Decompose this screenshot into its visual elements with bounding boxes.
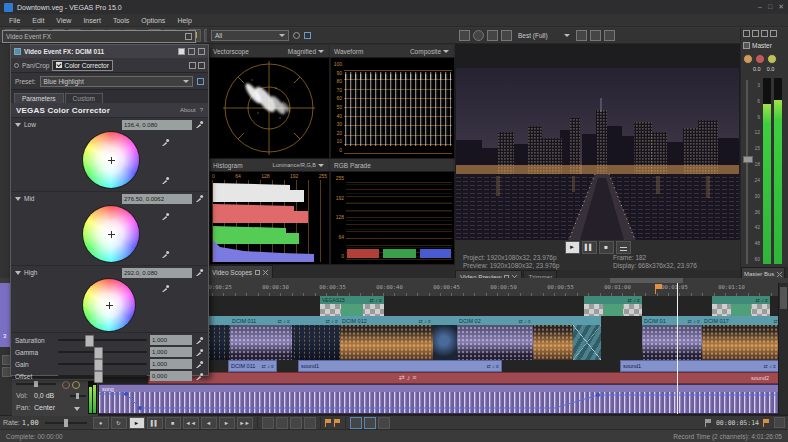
help-link[interactable]: ? <box>200 107 203 113</box>
master-fader-track[interactable] <box>746 80 748 264</box>
track-fader[interactable] <box>16 383 56 385</box>
slider-value[interactable]: 1,000 <box>150 335 192 345</box>
eyedropper-icon[interactable] <box>195 360 204 369</box>
open-folder-icon[interactable] <box>774 417 785 428</box>
wheel-value[interactable]: 136.4, 0.080 <box>122 120 192 130</box>
audio-clip[interactable]: sound1⇄ ♪ ≡ <box>620 360 779 372</box>
menu-item[interactable]: Edit <box>27 16 49 25</box>
collapse-arrow-icon[interactable] <box>15 197 21 201</box>
eyedropper-icon[interactable] <box>161 176 170 185</box>
minimize-button[interactable]: – <box>758 3 762 11</box>
gear-icon[interactable] <box>293 32 300 39</box>
loop-toggle-button[interactable] <box>616 241 631 254</box>
eyedropper-icon[interactable] <box>161 138 170 147</box>
project-properties-icon[interactable] <box>459 30 470 41</box>
wheel-crosshair[interactable] <box>106 302 113 309</box>
slider-track[interactable] <box>58 339 147 341</box>
eyedropper-icon[interactable] <box>195 120 204 129</box>
menu-item[interactable]: View <box>51 16 76 25</box>
video-clip[interactable]: DCIM 011⇄ ♪ ≡ <box>230 316 292 360</box>
eyedropper-icon[interactable] <box>195 372 204 381</box>
pin-icon[interactable] <box>178 48 185 55</box>
collapse-arrow-icon[interactable] <box>15 123 21 127</box>
pause-button[interactable]: ▌▌ <box>147 417 163 429</box>
chain-pan-crop[interactable]: Pan/Crop <box>22 62 49 69</box>
timeline-marker-flag[interactable] <box>655 284 663 294</box>
eyedropper-icon[interactable] <box>195 268 204 277</box>
record-button[interactable]: ● <box>93 417 109 429</box>
audio-clip-sound2[interactable]: ⇄ ♪ ≡ sound2 <box>148 372 779 384</box>
vol-slider-thumb[interactable] <box>76 393 79 399</box>
enable-snapping-icon[interactable] <box>350 417 362 429</box>
slider-track[interactable] <box>58 363 147 365</box>
video-clip[interactable] <box>207 316 230 360</box>
menu-item[interactable]: File <box>4 16 25 25</box>
scrollbar-thumb[interactable] <box>780 287 787 309</box>
eyedropper-icon[interactable] <box>161 212 170 221</box>
pause-button[interactable]: ▌▌ <box>582 241 597 254</box>
tab-custom[interactable]: Custom <box>65 93 103 103</box>
cursor-timecode[interactable]: 00:00:05:14 <box>716 419 759 427</box>
tab-parameters[interactable]: Parameters <box>14 93 64 103</box>
title-clip[interactable]: ⇄ ♪ ≡ <box>584 296 642 316</box>
vol-value[interactable]: 0,0 dB <box>34 392 54 399</box>
lock-envelopes-icon[interactable] <box>378 417 390 429</box>
video-clip-crossfade[interactable] <box>573 316 601 360</box>
grid-settings-icon[interactable] <box>304 32 311 39</box>
fx-help-icon[interactable] <box>198 48 205 55</box>
chain-color-corrector[interactable]: Color Corrector <box>52 60 112 71</box>
rate-slider[interactable] <box>45 422 87 424</box>
scope-filter-dropdown[interactable]: All <box>211 30 289 41</box>
solo-button[interactable] <box>72 381 80 389</box>
wheel-crosshair[interactable] <box>108 231 115 238</box>
mixer-props-icon[interactable] <box>770 30 777 37</box>
slider-thumb[interactable] <box>94 359 103 371</box>
timeline-vscrollbar[interactable] <box>778 283 788 414</box>
mixer-view-icon[interactable] <box>761 30 768 37</box>
float-icon[interactable] <box>188 48 195 55</box>
play-button[interactable]: ► <box>565 241 580 254</box>
video-clip[interactable] <box>433 316 457 360</box>
video-clip[interactable]: DCIM 017⇄ ♪ ≡ <box>702 316 788 360</box>
envelope-tool-icon[interactable] <box>276 417 288 429</box>
previous-frame-button[interactable]: ◄ <box>201 417 217 429</box>
video-fx-icon[interactable] <box>487 30 498 41</box>
preview-quality-dropdown[interactable]: Best (Full) <box>515 30 573 41</box>
vol-slider[interactable] <box>70 395 86 397</box>
menu-item[interactable]: Options <box>136 16 170 25</box>
save-snapshot-icon[interactable] <box>604 30 615 41</box>
rate-slider-thumb[interactable] <box>64 419 68 427</box>
rate-value[interactable]: 1,00 <box>22 419 39 427</box>
overlay-grid-icon[interactable] <box>576 30 587 41</box>
slider-value[interactable]: 1,000 <box>150 359 192 369</box>
audio-clip[interactable]: sound1⇄ ♪ ≡ <box>298 360 502 372</box>
peak-right[interactable]: 0.0 <box>767 66 775 72</box>
slider-thumb[interactable] <box>85 335 94 347</box>
waveform-mode-dropdown[interactable]: Composite <box>410 48 449 55</box>
zoom-tool-icon[interactable] <box>304 417 316 429</box>
video-clip[interactable] <box>533 316 573 360</box>
pan-value[interactable]: Center <box>34 404 55 411</box>
stop-button[interactable]: ■ <box>165 417 181 429</box>
external-monitor-icon[interactable] <box>473 30 484 41</box>
menu-item[interactable]: Insert <box>78 16 106 25</box>
selection-tool-icon[interactable] <box>290 417 302 429</box>
video-clip[interactable]: DCIM 02⇄ ♪ ≡ <box>457 316 533 360</box>
close-icon[interactable] <box>777 272 782 277</box>
video-clip[interactable]: ⇄ ♪ ≡ <box>292 316 340 360</box>
wheel-value[interactable]: 292.0, 0.080 <box>122 268 192 278</box>
close-icon[interactable] <box>263 270 268 275</box>
eyedropper-icon[interactable] <box>195 336 204 345</box>
go-to-end-button[interactable]: ►► <box>237 417 253 429</box>
maximize-button[interactable]: □ <box>768 3 772 11</box>
eyedropper-icon[interactable] <box>161 284 170 293</box>
audio-clip[interactable]: DCIM 011⇄ ♪ ≡ <box>228 360 277 372</box>
play-button[interactable]: ► <box>129 417 145 429</box>
menu-item[interactable]: Tools <box>108 16 134 25</box>
title-clip[interactable]: ⇄ ♪ ≡ <box>712 296 770 316</box>
loop-playback-button[interactable]: ↻ <box>111 417 127 429</box>
mute-knob-icon[interactable] <box>755 54 765 64</box>
insert-region-icon[interactable] <box>334 419 341 427</box>
dock-icon[interactable] <box>255 270 260 275</box>
slider-thumb[interactable] <box>94 371 103 383</box>
